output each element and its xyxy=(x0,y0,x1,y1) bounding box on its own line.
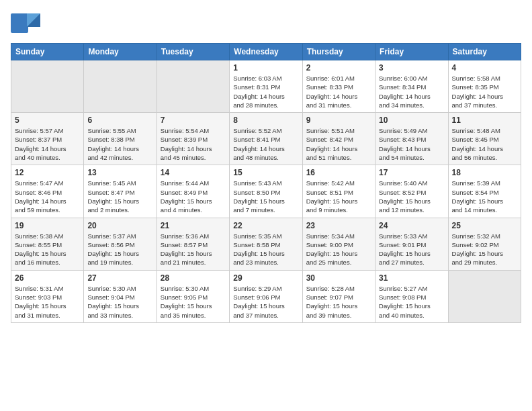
calendar-cell: 11Sunrise: 5:48 AM Sunset: 8:45 PM Dayli… xyxy=(448,113,521,165)
calendar-cell: 2Sunrise: 6:01 AM Sunset: 8:33 PM Daylig… xyxy=(302,60,375,113)
day-number: 30 xyxy=(306,273,371,283)
calendar-cell: 5Sunrise: 5:57 AM Sunset: 8:37 PM Daylig… xyxy=(11,113,84,165)
day-info: Sunrise: 5:51 AM Sunset: 8:42 PM Dayligh… xyxy=(306,126,371,162)
calendar-week: 1Sunrise: 6:03 AM Sunset: 8:31 PM Daylig… xyxy=(11,60,521,113)
calendar-week: 26Sunrise: 5:31 AM Sunset: 9:03 PM Dayli… xyxy=(11,270,521,322)
logo xyxy=(11,11,42,36)
day-info: Sunrise: 5:31 AM Sunset: 9:03 PM Dayligh… xyxy=(15,284,80,320)
weekday-header: Thursday xyxy=(302,44,375,60)
calendar-cell: 22Sunrise: 5:35 AM Sunset: 8:58 PM Dayli… xyxy=(230,218,302,270)
calendar-cell: 14Sunrise: 5:44 AM Sunset: 8:49 PM Dayli… xyxy=(157,165,229,218)
day-number: 11 xyxy=(452,116,517,125)
calendar-body: 1Sunrise: 6:03 AM Sunset: 8:31 PM Daylig… xyxy=(11,60,521,323)
day-number: 7 xyxy=(161,116,226,125)
day-info: Sunrise: 5:48 AM Sunset: 8:45 PM Dayligh… xyxy=(452,126,517,162)
day-info: Sunrise: 5:30 AM Sunset: 9:04 PM Dayligh… xyxy=(87,284,152,320)
day-number: 13 xyxy=(87,168,152,177)
calendar-week: 5Sunrise: 5:57 AM Sunset: 8:37 PM Daylig… xyxy=(11,113,521,165)
day-info: Sunrise: 5:27 AM Sunset: 9:08 PM Dayligh… xyxy=(379,284,444,320)
day-number: 17 xyxy=(379,168,444,177)
calendar-cell: 1Sunrise: 6:03 AM Sunset: 8:31 PM Daylig… xyxy=(230,60,302,113)
day-number: 3 xyxy=(379,63,444,73)
calendar-cell xyxy=(11,60,84,113)
calendar-cell: 4Sunrise: 5:58 AM Sunset: 8:35 PM Daylig… xyxy=(448,60,521,113)
day-number: 4 xyxy=(452,63,517,73)
weekday-header: Friday xyxy=(375,44,448,60)
day-info: Sunrise: 5:55 AM Sunset: 8:38 PM Dayligh… xyxy=(87,126,152,162)
weekday-header: Monday xyxy=(84,44,157,60)
day-info: Sunrise: 5:32 AM Sunset: 9:02 PM Dayligh… xyxy=(452,232,517,267)
day-number: 19 xyxy=(15,221,80,230)
day-info: Sunrise: 5:54 AM Sunset: 8:39 PM Dayligh… xyxy=(161,126,226,162)
day-info: Sunrise: 5:47 AM Sunset: 8:46 PM Dayligh… xyxy=(15,179,80,214)
weekday-header: Saturday xyxy=(448,44,521,60)
calendar-cell: 15Sunrise: 5:43 AM Sunset: 8:50 PM Dayli… xyxy=(230,165,302,218)
day-number: 24 xyxy=(379,221,444,230)
calendar-cell xyxy=(448,270,521,322)
day-info: Sunrise: 5:44 AM Sunset: 8:49 PM Dayligh… xyxy=(161,179,226,214)
day-number: 21 xyxy=(161,221,226,230)
day-info: Sunrise: 5:39 AM Sunset: 8:54 PM Dayligh… xyxy=(452,179,517,214)
day-info: Sunrise: 5:40 AM Sunset: 8:52 PM Dayligh… xyxy=(379,179,444,214)
calendar-cell: 20Sunrise: 5:37 AM Sunset: 8:56 PM Dayli… xyxy=(84,218,157,270)
calendar-cell: 17Sunrise: 5:40 AM Sunset: 8:52 PM Dayli… xyxy=(375,165,448,218)
day-number: 5 xyxy=(15,116,80,125)
day-number: 2 xyxy=(306,63,371,73)
day-info: Sunrise: 5:45 AM Sunset: 8:47 PM Dayligh… xyxy=(87,179,152,214)
day-info: Sunrise: 5:33 AM Sunset: 9:01 PM Dayligh… xyxy=(379,232,444,267)
day-number: 23 xyxy=(306,221,371,230)
calendar-cell: 6Sunrise: 5:55 AM Sunset: 8:38 PM Daylig… xyxy=(84,113,157,165)
day-info: Sunrise: 5:38 AM Sunset: 8:55 PM Dayligh… xyxy=(15,232,80,267)
day-info: Sunrise: 5:29 AM Sunset: 9:06 PM Dayligh… xyxy=(233,284,298,320)
weekday-header: Tuesday xyxy=(157,44,229,60)
day-number: 20 xyxy=(87,221,152,230)
calendar-cell: 23Sunrise: 5:34 AM Sunset: 9:00 PM Dayli… xyxy=(302,218,375,270)
calendar-week: 12Sunrise: 5:47 AM Sunset: 8:46 PM Dayli… xyxy=(11,165,521,218)
day-info: Sunrise: 5:37 AM Sunset: 8:56 PM Dayligh… xyxy=(87,232,152,267)
calendar-cell: 31Sunrise: 5:27 AM Sunset: 9:08 PM Dayli… xyxy=(375,270,448,322)
calendar-cell: 28Sunrise: 5:30 AM Sunset: 9:05 PM Dayli… xyxy=(157,270,229,322)
calendar-cell: 26Sunrise: 5:31 AM Sunset: 9:03 PM Dayli… xyxy=(11,270,84,322)
day-number: 8 xyxy=(233,116,298,125)
calendar-cell: 21Sunrise: 5:36 AM Sunset: 8:57 PM Dayli… xyxy=(157,218,229,270)
calendar-table: SundayMondayTuesdayWednesdayThursdayFrid… xyxy=(11,43,521,323)
calendar-cell: 19Sunrise: 5:38 AM Sunset: 8:55 PM Dayli… xyxy=(11,218,84,270)
calendar-cell xyxy=(84,60,157,113)
day-number: 14 xyxy=(161,168,226,177)
calendar-cell: 29Sunrise: 5:29 AM Sunset: 9:06 PM Dayli… xyxy=(230,270,302,322)
day-number: 12 xyxy=(15,168,80,177)
calendar-cell xyxy=(157,60,229,113)
day-number: 27 xyxy=(87,273,152,283)
calendar-cell: 25Sunrise: 5:32 AM Sunset: 9:02 PM Dayli… xyxy=(448,218,521,270)
calendar-cell: 27Sunrise: 5:30 AM Sunset: 9:04 PM Dayli… xyxy=(84,270,157,322)
day-number: 10 xyxy=(379,116,444,125)
day-number: 22 xyxy=(233,221,298,230)
day-info: Sunrise: 5:42 AM Sunset: 8:51 PM Dayligh… xyxy=(306,179,371,214)
svg-rect-1 xyxy=(11,24,28,33)
weekday-header: Wednesday xyxy=(230,44,302,60)
day-info: Sunrise: 5:28 AM Sunset: 9:07 PM Dayligh… xyxy=(306,284,371,320)
calendar-cell: 3Sunrise: 6:00 AM Sunset: 8:34 PM Daylig… xyxy=(375,60,448,113)
calendar-cell: 12Sunrise: 5:47 AM Sunset: 8:46 PM Dayli… xyxy=(11,165,84,218)
weekday-header: Sunday xyxy=(11,44,84,60)
day-info: Sunrise: 5:30 AM Sunset: 9:05 PM Dayligh… xyxy=(161,284,226,320)
day-number: 29 xyxy=(233,273,298,283)
day-info: Sunrise: 6:00 AM Sunset: 8:34 PM Dayligh… xyxy=(379,74,444,109)
day-info: Sunrise: 5:34 AM Sunset: 9:00 PM Dayligh… xyxy=(306,232,371,267)
page-header xyxy=(11,11,521,36)
day-info: Sunrise: 5:36 AM Sunset: 8:57 PM Dayligh… xyxy=(161,232,226,267)
day-info: Sunrise: 6:01 AM Sunset: 8:33 PM Dayligh… xyxy=(306,74,371,109)
calendar-cell: 9Sunrise: 5:51 AM Sunset: 8:42 PM Daylig… xyxy=(302,113,375,165)
day-number: 18 xyxy=(452,168,517,177)
calendar-cell: 16Sunrise: 5:42 AM Sunset: 8:51 PM Dayli… xyxy=(302,165,375,218)
calendar-header: SundayMondayTuesdayWednesdayThursdayFrid… xyxy=(11,44,521,60)
calendar-cell: 7Sunrise: 5:54 AM Sunset: 8:39 PM Daylig… xyxy=(157,113,229,165)
day-number: 6 xyxy=(87,116,152,125)
day-number: 28 xyxy=(161,273,226,283)
day-number: 1 xyxy=(233,63,298,73)
day-info: Sunrise: 5:57 AM Sunset: 8:37 PM Dayligh… xyxy=(15,126,80,162)
header-row: SundayMondayTuesdayWednesdayThursdayFrid… xyxy=(11,44,521,60)
day-info: Sunrise: 5:43 AM Sunset: 8:50 PM Dayligh… xyxy=(233,179,298,214)
day-number: 16 xyxy=(306,168,371,177)
day-info: Sunrise: 5:35 AM Sunset: 8:58 PM Dayligh… xyxy=(233,232,298,267)
